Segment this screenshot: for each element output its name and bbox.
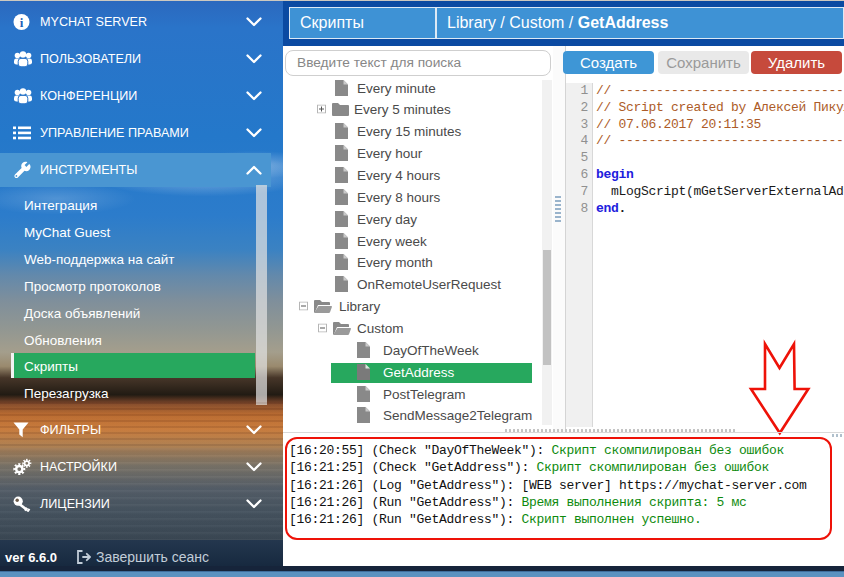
svg-text:i: i (20, 14, 24, 29)
